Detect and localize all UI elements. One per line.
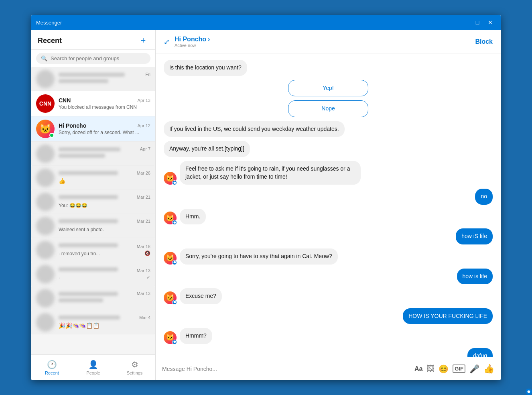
nav-item-people[interactable]: 👤 People bbox=[73, 355, 114, 380]
nav-label-recent: Recent bbox=[45, 371, 59, 375]
muted-icon: 🔇 bbox=[144, 250, 150, 256]
conv-time: Mar 13 bbox=[137, 268, 150, 273]
list-item[interactable]: · removed you fro... Mar 18 🔇 bbox=[31, 238, 155, 262]
message-text: Hmm. bbox=[185, 213, 200, 220]
message-text: how iS life bbox=[461, 233, 487, 239]
conv-info: Hi Poncho Apr 12 Sorry, dozed off for a … bbox=[59, 122, 150, 135]
block-button[interactable]: Block bbox=[475, 38, 493, 45]
thumbs-up-icon[interactable]: 👍 bbox=[483, 364, 494, 374]
avatar bbox=[36, 313, 55, 332]
conv-content bbox=[59, 292, 133, 305]
message-bubble: Feel free to ask me if it's going to rai… bbox=[180, 161, 361, 185]
avatar bbox=[36, 217, 55, 235]
conv-name-blurred bbox=[59, 171, 118, 175]
nav-label-people: People bbox=[86, 371, 100, 375]
message-text: Hmmm? bbox=[185, 332, 207, 339]
chevron-right-icon: › bbox=[208, 36, 210, 43]
message-bubble: Is this the location you want? bbox=[164, 60, 247, 76]
message-text: Is this the location you want? bbox=[169, 64, 242, 71]
conv-preview-blurred bbox=[59, 79, 108, 83]
message-text: Yep! bbox=[323, 85, 334, 91]
avatar: 🐱 bbox=[164, 291, 177, 304]
list-item[interactable]: Waleed sent a photo. Mar 21 bbox=[31, 214, 155, 238]
list-item[interactable]: Apr 7 bbox=[31, 142, 155, 166]
gif-icon[interactable]: GIF bbox=[453, 364, 465, 373]
maximize-button[interactable]: □ bbox=[472, 18, 483, 27]
conv-preview-blurred bbox=[59, 154, 105, 158]
message-bubble: how iS life bbox=[456, 228, 493, 244]
close-button[interactable]: ✕ bbox=[485, 18, 496, 27]
messenger-badge bbox=[172, 340, 177, 344]
conversations-list: Fri CNN CNN Apr 13 Y bbox=[31, 67, 155, 354]
avatar: 🐱 bbox=[164, 212, 177, 224]
conv-time: Mar 4 bbox=[139, 315, 150, 320]
list-item[interactable]: Fri bbox=[31, 67, 155, 91]
conv-content: 👍 bbox=[59, 171, 133, 185]
window-controls: — □ ✕ bbox=[459, 18, 496, 27]
conv-preview: 🎉🎉👒👒📋📋 bbox=[59, 322, 99, 329]
conv-content: · removed you fro... bbox=[59, 243, 133, 257]
nav-item-settings[interactable]: ⚙ Settings bbox=[114, 355, 155, 380]
message-text: Excuse me? bbox=[185, 293, 216, 299]
title-bar: Messenger — □ ✕ bbox=[31, 15, 501, 30]
new-conversation-button[interactable]: + bbox=[138, 35, 149, 46]
message-input[interactable] bbox=[162, 366, 410, 372]
message-bubble: how is life bbox=[457, 269, 493, 285]
gear-icon: ⚙ bbox=[131, 360, 138, 369]
message-bubble: Hmmm? bbox=[180, 328, 212, 344]
conv-name-blurred bbox=[59, 73, 125, 77]
chat-status: Active now bbox=[175, 43, 475, 48]
message-bubble: dafuq bbox=[467, 348, 493, 357]
nav-item-recent[interactable]: 🕐 Recent bbox=[31, 355, 73, 380]
conv-preview: 👍 bbox=[59, 178, 65, 184]
conv-name-blurred bbox=[59, 316, 120, 320]
conv-preview: · bbox=[59, 275, 60, 281]
image-icon[interactable]: 🖼 bbox=[426, 364, 435, 373]
chat-input-area: Aa 🖼 😊 GIF 🎤 👍 bbox=[156, 357, 501, 380]
messenger-badge bbox=[172, 220, 177, 225]
message-text: Feel free to ask me if it's going to rai… bbox=[185, 165, 350, 180]
conv-time: Apr 7 bbox=[140, 147, 150, 151]
list-item[interactable]: · Mar 13 ✓ bbox=[31, 262, 155, 286]
chat-header: ⤢ Hi Poncho › Active now Block bbox=[156, 30, 501, 53]
avatar: 🐱 bbox=[164, 172, 177, 185]
expand-icon[interactable]: ⤢ bbox=[164, 37, 170, 46]
list-item[interactable]: Mar 13 bbox=[31, 286, 155, 310]
messenger-badge bbox=[172, 260, 177, 265]
microphone-icon[interactable]: 🎤 bbox=[469, 364, 479, 374]
conv-preview: Waleed sent a photo. bbox=[59, 227, 104, 232]
message-with-avatar: 🐱 Feel free to ask me if it's going to r… bbox=[164, 161, 493, 185]
conv-content: · bbox=[59, 267, 133, 281]
avatar bbox=[36, 289, 55, 307]
search-input[interactable] bbox=[51, 55, 146, 61]
message-bubble: HOW IS YOUR FUCKING LIFE bbox=[403, 308, 493, 324]
emoji-icon[interactable]: 😊 bbox=[439, 364, 449, 374]
messenger-badge bbox=[172, 300, 177, 305]
message-text: no bbox=[481, 193, 487, 200]
message-bubble: If you lived in the US, we could send yo… bbox=[164, 121, 345, 137]
minimize-button[interactable]: — bbox=[459, 18, 470, 27]
message-text: how is life bbox=[463, 273, 487, 279]
avatar bbox=[36, 70, 55, 88]
conv-preview-blurred bbox=[59, 298, 103, 302]
conv-content bbox=[59, 73, 141, 86]
message-option-yep[interactable]: Yep! bbox=[288, 80, 368, 97]
conv-time: Apr 12 bbox=[138, 123, 150, 128]
message-option-nope[interactable]: Nope bbox=[288, 100, 368, 117]
list-item[interactable]: You: 😂😂😂 Mar 21 bbox=[31, 190, 155, 214]
conv-time: Fri bbox=[145, 72, 150, 77]
list-item[interactable]: CNN CNN Apr 13 You blocked all messages … bbox=[31, 91, 155, 116]
message-with-avatar: 🐱 Excuse me? bbox=[164, 288, 493, 304]
conv-content: Waleed sent a photo. bbox=[59, 219, 133, 233]
list-item[interactable]: 🐱 Hi Poncho Apr 12 Sorry, dozed off for … bbox=[31, 116, 155, 142]
conv-name-row: CNN Apr 13 bbox=[59, 97, 150, 104]
conv-name-blurred bbox=[59, 219, 118, 223]
text-size-icon[interactable]: Aa bbox=[414, 365, 422, 373]
sidebar-nav: 🕐 Recent 👤 People ⚙ Settings bbox=[31, 354, 155, 380]
avatar bbox=[36, 145, 55, 163]
list-item[interactable]: 🎉🎉👒👒📋📋 Mar 4 bbox=[31, 310, 155, 334]
people-icon: 👤 bbox=[88, 360, 98, 369]
app-title: Messenger bbox=[36, 20, 459, 26]
app-body: Recent + 🔍 Fri bbox=[31, 30, 501, 380]
list-item[interactable]: 👍 Mar 26 bbox=[31, 166, 155, 190]
